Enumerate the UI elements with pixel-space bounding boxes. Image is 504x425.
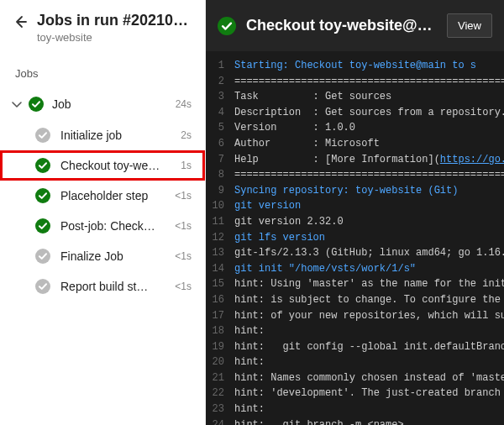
step-duration: <1s (175, 220, 192, 232)
line-number: 6 (206, 136, 234, 152)
step-label: Finalize Job (60, 249, 170, 263)
line-number: 14 (206, 261, 234, 277)
log-text: Description : Get sources from a reposit… (234, 105, 504, 121)
log-line: 14git init "/home/vsts/work/1/s" (206, 261, 504, 277)
check-circle-icon (35, 188, 50, 203)
log-output[interactable]: 1Starting: Checkout toy-website@main to … (206, 51, 504, 425)
page-subtitle: toy-website (37, 31, 193, 44)
line-number: 20 (206, 354, 234, 370)
line-number: 24 (206, 417, 234, 425)
line-number: 11 (206, 214, 234, 230)
log-text: Author : Microsoft (234, 136, 380, 152)
title-block: Jobs in run #20210… toy-website (37, 12, 193, 44)
log-text: Version : 1.0.0 (234, 120, 355, 136)
step-row[interactable]: Placeholder step<1s (0, 181, 205, 211)
log-line: 4Description : Get sources from a reposi… (206, 105, 504, 121)
job-duration: 24s (176, 98, 192, 110)
detail-header: Checkout toy-website@… View (206, 0, 504, 51)
line-number: 10 (206, 198, 234, 214)
log-text: hint: (234, 354, 265, 370)
log-line: 12git lfs version (206, 230, 504, 246)
line-number: 21 (206, 370, 234, 386)
chevron-down-icon (10, 97, 24, 111)
line-number: 15 (206, 276, 234, 292)
step-duration: <1s (175, 190, 192, 202)
log-line: 5Version : 1.0.0 (206, 120, 504, 136)
log-text: hint: (234, 323, 265, 339)
log-line: 20hint: (206, 354, 504, 370)
line-number: 7 (206, 152, 234, 168)
log-text: Task : Get sources (234, 89, 391, 105)
check-circle-icon (35, 218, 50, 233)
detail-title: Checkout toy-website@… (246, 17, 437, 34)
line-number: 1 (206, 58, 234, 74)
step-label: Report build st… (60, 280, 170, 293)
jobs-label: Jobs (0, 52, 205, 88)
log-line: 10git version (206, 198, 504, 214)
check-circle-neutral-icon (35, 128, 50, 143)
step-row[interactable]: Finalize Job<1s (0, 241, 205, 271)
log-text: hint: is subject to change. To configure… (234, 292, 504, 308)
log-line: 22hint: 'development'. The just-created … (206, 386, 504, 401)
step-duration: <1s (175, 250, 192, 262)
log-line: 21hint: Names commonly chosen instead of… (206, 370, 504, 386)
line-number: 23 (206, 401, 234, 417)
log-text: git version (234, 198, 301, 214)
line-number: 2 (206, 74, 234, 90)
log-text: git version 2.32.0 (234, 214, 344, 230)
view-button[interactable]: View (447, 13, 492, 38)
step-duration: 1s (181, 160, 192, 171)
log-line: 11git version 2.32.0 (206, 214, 504, 230)
line-number: 4 (206, 105, 234, 121)
log-line: 24hint: git branch -m <name> (206, 417, 504, 425)
log-text: git lfs version (234, 230, 325, 246)
step-duration: <1s (175, 281, 192, 292)
step-label: Post-job: Check… (60, 219, 170, 233)
step-row[interactable]: Post-job: Check…<1s (0, 211, 205, 241)
check-circle-neutral-icon (35, 249, 50, 264)
log-line: 9Syncing repository: toy-website (Git) (206, 183, 504, 199)
line-number: 17 (206, 308, 234, 324)
steps-list: Initialize job2sCheckout toy-we…1sPlaceh… (0, 120, 205, 302)
line-number: 13 (206, 245, 234, 261)
log-line: 16hint: is subject to change. To configu… (206, 292, 504, 308)
check-circle-icon (29, 97, 44, 112)
log-text: Starting: Checkout toy-website@main to s (234, 58, 476, 74)
log-line: 17hint: of your new repositories, which … (206, 308, 504, 324)
back-arrow-icon[interactable] (12, 13, 29, 30)
line-number: 19 (206, 339, 234, 355)
log-line: 8=======================================… (206, 167, 504, 183)
line-number: 18 (206, 323, 234, 339)
log-line: 23hint: (206, 401, 504, 417)
log-text: Syncing repository: toy-website (Git) (234, 183, 458, 199)
step-duration: 2s (181, 129, 192, 141)
page-title: Jobs in run #20210… (37, 12, 193, 29)
step-label: Placeholder step (60, 189, 170, 202)
line-number: 5 (206, 120, 234, 136)
log-line: 1Starting: Checkout toy-website@main to … (206, 58, 504, 74)
step-row[interactable]: Report build st…<1s (0, 271, 205, 302)
line-number: 8 (206, 167, 234, 183)
job-row[interactable]: Job 24s (0, 88, 205, 120)
step-row[interactable]: Checkout toy-we…1s (0, 150, 205, 181)
right-pane: Checkout toy-website@… View 1Starting: C… (206, 0, 504, 425)
log-text: hint: 'development'. The just-created br… (234, 386, 504, 401)
check-circle-icon (35, 158, 50, 173)
log-line: 6Author : Microsoft (206, 136, 504, 152)
log-link[interactable]: https://go.micros (440, 154, 504, 165)
log-text: hint: git branch -m <name> (234, 417, 404, 425)
step-row[interactable]: Initialize job2s (0, 120, 205, 150)
log-text: hint: (234, 401, 265, 417)
log-text: hint: git config --global init.defaultBr… (234, 339, 504, 355)
log-line: 18hint: (206, 323, 504, 339)
check-circle-neutral-icon (35, 279, 50, 294)
log-text: hint: of your new repositories, which wi… (234, 308, 504, 324)
log-text: hint: Using 'master' as the name for the… (234, 276, 504, 292)
left-pane: Jobs in run #20210… toy-website Jobs Job… (0, 0, 206, 425)
log-text: Help : [More Information](https://go.mic… (234, 152, 504, 168)
line-number: 12 (206, 230, 234, 246)
log-line: 19hint: git config --global init.default… (206, 339, 504, 355)
log-line: 13git-lfs/2.13.3 (GitHub; linux amd64; g… (206, 245, 504, 261)
line-number: 3 (206, 89, 234, 105)
line-number: 16 (206, 292, 234, 308)
